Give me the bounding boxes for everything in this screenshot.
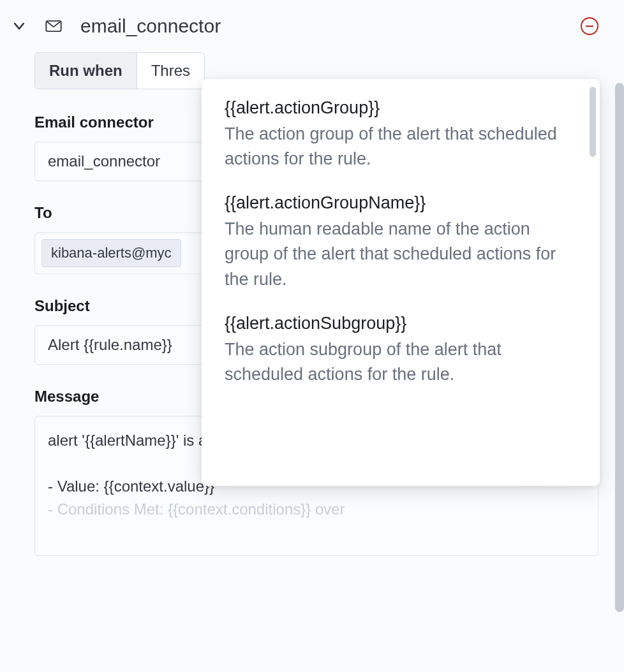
variable-description: The action group of the alert that sched… — [225, 122, 577, 172]
panel-scrollbar[interactable] — [615, 83, 624, 612]
variable-name: {{alert.actionGroup}} — [225, 98, 577, 118]
tab-threshold[interactable]: Thres — [137, 53, 204, 89]
variable-description: The action subgroup of the alert that sc… — [225, 337, 577, 387]
variable-suggestion-item[interactable]: {{alert.actionGroup}} The action group o… — [225, 98, 577, 172]
connector-header: email_connector — [11, 8, 598, 52]
variable-suggestion-item[interactable]: {{alert.actionSubgroup}} The action subg… — [225, 314, 577, 387]
tab-run-when[interactable]: Run when — [35, 53, 137, 89]
variable-name: {{alert.actionGroupName}} — [225, 193, 577, 213]
message-field-label: Message — [34, 388, 99, 405]
variable-description: The human readable name of the action gr… — [225, 217, 577, 291]
variable-suggestion-item[interactable]: {{alert.actionGroupName}} The human read… — [225, 193, 577, 291]
bottom-fade — [0, 646, 624, 672]
expand-toggle[interactable] — [11, 18, 27, 34]
remove-connector-button[interactable] — [581, 17, 598, 35]
message-truncated-line: - Conditions Met: {{context.conditions}}… — [48, 500, 345, 518]
variable-suggestions-popover: {{alert.actionGroup}} The action group o… — [202, 79, 600, 486]
email-icon — [45, 17, 63, 35]
to-recipient-chip[interactable]: kibana-alerts@myc — [41, 239, 181, 267]
connector-title: email_connector — [80, 15, 563, 37]
popover-arrow — [522, 485, 540, 486]
popover-scrollbar[interactable] — [590, 87, 596, 157]
variable-name: {{alert.actionSubgroup}} — [225, 314, 577, 333]
run-when-tabs: Run when Thres — [34, 52, 205, 89]
